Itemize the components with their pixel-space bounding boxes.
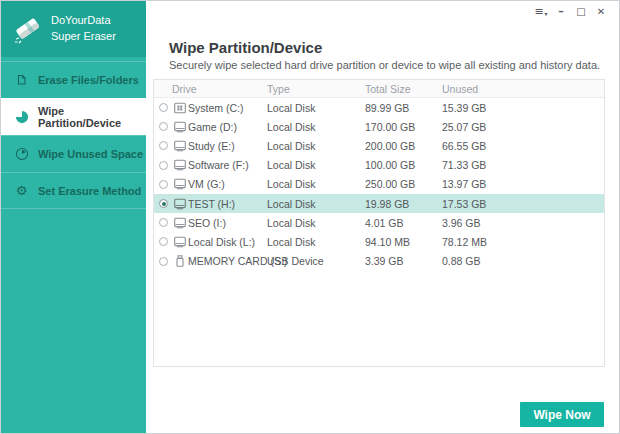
local-disk-icon <box>174 198 186 210</box>
row-radio[interactable] <box>159 103 168 112</box>
table-row[interactable]: Software (F:) Local Disk 100.00 GB 71.33… <box>154 156 604 175</box>
sidebar-nav: Erase Files/Folders Wipe Partition/Devic… <box>1 61 146 209</box>
sidebar-item-label: Wipe Unused Space <box>38 148 143 160</box>
drive-type: Local Disk <box>267 217 365 229</box>
drive-unused: 13.97 GB <box>442 178 604 190</box>
drive-type: Local Disk <box>267 236 365 248</box>
row-radio[interactable] <box>159 180 168 189</box>
drive-name: TEST (H:) <box>188 198 235 210</box>
drive-total: 200.00 GB <box>365 140 442 152</box>
pie-chart-icon <box>14 110 29 125</box>
drive-unused: 66.55 GB <box>442 140 604 152</box>
row-radio[interactable] <box>159 257 168 266</box>
table-row[interactable]: System (C:) Local Disk 89.99 GB 15.39 GB <box>154 98 604 117</box>
maximize-icon[interactable]: □ <box>571 3 591 20</box>
table-row[interactable]: Game (D:) Local Disk 170.00 GB 25.07 GB <box>154 117 604 136</box>
drive-type: Local Disk <box>267 159 365 171</box>
app-logo: DoYourData Super Eraser <box>1 1 146 57</box>
drive-total: 89.99 GB <box>365 102 442 114</box>
table-row[interactable]: VM (G:) Local Disk 250.00 GB 13.97 GB <box>154 175 604 194</box>
drive-unused: 71.33 GB <box>442 159 604 171</box>
row-radio[interactable] <box>159 218 168 227</box>
table-header: Drive Type Total Size Unused <box>154 80 604 98</box>
local-disk-icon <box>174 159 186 171</box>
gear-icon: ⚙ <box>14 183 29 198</box>
sidebar-item-wipe-unused-space[interactable]: Wipe Unused Space <box>1 135 146 172</box>
titlebar-controls: ≡▾ – □ ✕ <box>531 3 611 20</box>
row-radio[interactable] <box>159 237 168 246</box>
menu-icon[interactable]: ≡▾ <box>531 3 551 20</box>
drive-unused: 0.88 GB <box>442 255 604 267</box>
drive-total: 100.00 GB <box>365 159 442 171</box>
column-header-type: Type <box>267 83 365 95</box>
table-row[interactable]: Local Disk (L:) Local Disk 94.10 MB 78.1… <box>154 232 604 251</box>
drive-name: Study (E:) <box>188 140 235 152</box>
page-title: Wipe Partition/Device <box>169 39 322 56</box>
sidebar-item-label: Set Erasure Method <box>38 185 141 197</box>
table-row[interactable]: Study (E:) Local Disk 200.00 GB 66.55 GB <box>154 136 604 155</box>
local-disk-icon <box>174 140 186 152</box>
row-radio[interactable] <box>159 161 168 170</box>
row-radio[interactable] <box>159 122 168 131</box>
drive-unused: 25.07 GB <box>442 121 604 133</box>
sidebar-item-erase-files-folders[interactable]: Erase Files/Folders <box>1 61 146 98</box>
drive-total: 3.39 GB <box>365 255 442 267</box>
page-subtitle: Securely wipe selected hard drive partit… <box>169 59 600 71</box>
sidebar-item-label: Erase Files/Folders <box>38 74 139 86</box>
sidebar-item-label: Wipe Partition/Device <box>38 105 146 129</box>
pie-clock-icon <box>14 147 29 162</box>
drive-name: Local Disk (L:) <box>188 236 255 248</box>
drive-name: System (C:) <box>188 102 243 114</box>
local-disk-icon <box>174 178 186 190</box>
drive-unused: 15.39 GB <box>442 102 604 114</box>
local-disk-icon <box>174 236 186 248</box>
sidebar-item-set-erasure-method[interactable]: ⚙ Set Erasure Method <box>1 172 146 209</box>
drive-unused: 3.96 GB <box>442 217 604 229</box>
column-header-unused: Unused <box>442 83 604 95</box>
eraser-logo-icon <box>11 13 45 45</box>
drive-name: Software (F:) <box>188 159 249 171</box>
drive-total: 170.00 GB <box>365 121 442 133</box>
sidebar: DoYourData Super Eraser Erase Files/Fold… <box>1 1 146 433</box>
windows-system-drive-icon <box>174 102 186 114</box>
drive-unused: 17.53 GB <box>442 198 604 210</box>
local-disk-icon <box>174 217 186 229</box>
drive-name: SEO (I:) <box>188 217 226 229</box>
minimize-icon[interactable]: – <box>551 3 571 20</box>
drive-type: Local Disk <box>267 178 365 190</box>
column-header-total-size: Total Size <box>365 83 442 95</box>
table-row-selected[interactable]: TEST (H:) Local Disk 19.98 GB 17.53 GB <box>154 194 604 213</box>
drive-type: USB Device <box>267 255 365 267</box>
drive-total: 94.10 MB <box>365 236 442 248</box>
app-window: ≡▾ – □ ✕ DoYourData Super Eraser <box>0 0 620 434</box>
drive-total: 19.98 GB <box>365 198 442 210</box>
local-disk-icon <box>174 121 186 133</box>
table-row[interactable]: SEO (I:) Local Disk 4.01 GB 3.96 GB <box>154 213 604 232</box>
row-radio-selected[interactable] <box>159 199 168 208</box>
drive-total: 250.00 GB <box>365 178 442 190</box>
sidebar-item-wipe-partition-device[interactable]: Wipe Partition/Device <box>1 98 146 135</box>
drive-unused: 78.12 MB <box>442 236 604 248</box>
close-icon[interactable]: ✕ <box>591 3 611 20</box>
drive-type: Local Disk <box>267 140 365 152</box>
column-header-drive: Drive <box>154 83 267 95</box>
drive-type: Local Disk <box>267 102 365 114</box>
files-icon <box>14 73 29 88</box>
partition-table: Drive Type Total Size Unused System (C:)… <box>153 79 605 367</box>
row-radio[interactable] <box>159 141 168 150</box>
usb-drive-icon <box>174 255 186 267</box>
drive-name: VM (G:) <box>188 178 225 190</box>
app-name: DoYourData Super Eraser <box>51 13 116 45</box>
drive-type: Local Disk <box>267 198 365 210</box>
drive-name: Game (D:) <box>188 121 237 133</box>
app-name-line1: DoYourData <box>51 13 116 29</box>
drive-type: Local Disk <box>267 121 365 133</box>
drive-total: 4.01 GB <box>365 217 442 229</box>
wipe-now-button[interactable]: Wipe Now <box>520 402 604 427</box>
app-name-line2: Super Eraser <box>51 29 116 45</box>
table-row[interactable]: MEMORY CARD (S:) USB Device 3.39 GB 0.88… <box>154 252 604 271</box>
